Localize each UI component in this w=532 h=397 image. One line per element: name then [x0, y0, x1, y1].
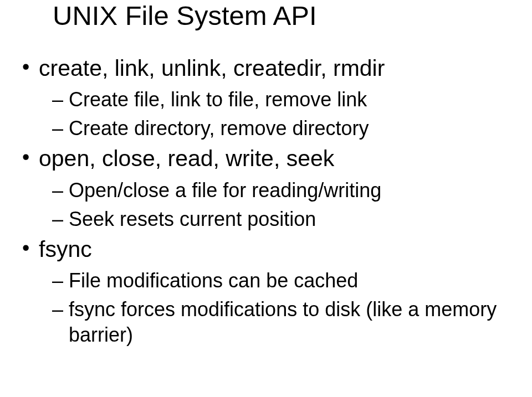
bullet-level2: Create file, link to file, remove link	[52, 87, 521, 112]
bullet-level2: fsync forces modifications to disk (like…	[52, 297, 521, 348]
bullet-level2: Open/close a file for reading/writing	[52, 178, 521, 203]
slide-content: create, link, unlink, createdir, rmdir C…	[11, 54, 521, 348]
slide-title: UNIX File System API	[53, 0, 521, 31]
bullet-list: create, link, unlink, createdir, rmdir C…	[22, 54, 521, 348]
bullet-level1: open, close, read, write, seek	[22, 145, 521, 173]
bullet-level2: File modifications can be cached	[52, 268, 521, 293]
bullet-level2: Create directory, remove directory	[52, 116, 521, 141]
slide-container: UNIX File System API create, link, unlin…	[0, 0, 532, 397]
bullet-level2: Seek resets current position	[52, 207, 521, 232]
bullet-level1: create, link, unlink, createdir, rmdir	[22, 54, 521, 83]
bullet-level1: fsync	[22, 235, 521, 264]
